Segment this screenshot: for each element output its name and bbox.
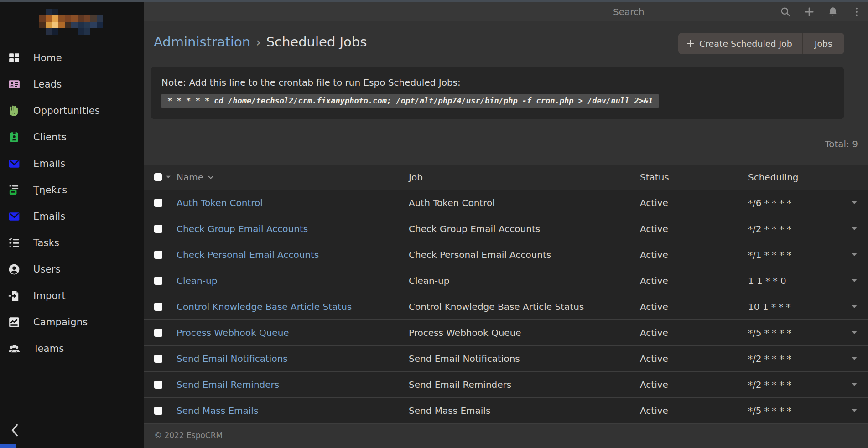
sidebar-item-label: Emails — [33, 158, 65, 169]
bell-icon[interactable] — [827, 6, 838, 17]
total-count: Total: 9 — [144, 139, 858, 150]
row-checkbox[interactable] — [154, 251, 162, 259]
row-checkbox[interactable] — [154, 355, 162, 363]
job-cell: Control Knowledge Base Article Status — [409, 301, 640, 312]
scheduling-cell: */2 * * * * — [748, 379, 868, 390]
global-search-input[interactable] — [613, 5, 750, 19]
sort-chevron-down-icon — [208, 175, 214, 180]
row-actions-caret-icon[interactable] — [852, 305, 857, 308]
row-checkbox[interactable] — [154, 277, 162, 285]
status-cell: Active — [640, 301, 748, 312]
sidebar-item-tasks[interactable]: Tasks — [0, 230, 144, 256]
scheduled-jobs-table: Name Job Status Scheduling Auth Token Co… — [144, 165, 868, 424]
sidebar-item-campaigns[interactable]: Campaigns — [0, 309, 144, 335]
sidebar-collapse-button[interactable] — [9, 423, 22, 437]
sidebar-item-label: Teams — [33, 343, 64, 354]
campaigns-chart-icon — [8, 316, 20, 328]
table-row: Check Group Email Accounts Check Group E… — [144, 216, 868, 242]
job-name-link[interactable]: Clean-up — [177, 275, 217, 286]
status-cell: Active — [640, 327, 748, 338]
column-header-job: Job — [409, 172, 640, 183]
sidebar-item-import[interactable]: Import — [0, 283, 144, 309]
sidebar-item-leads[interactable]: Leads — [0, 71, 144, 98]
sidebar-item-clients[interactable]: Clients — [0, 124, 144, 150]
row-actions-caret-icon[interactable] — [852, 279, 857, 282]
select-actions-caret-icon[interactable] — [166, 176, 171, 179]
sidebar-item-label: Ʈηeƙɾs — [33, 185, 68, 196]
kebab-menu-icon[interactable] — [851, 6, 862, 17]
plus-icon — [686, 40, 694, 47]
app-logo[interactable] — [39, 9, 103, 35]
scheduling-cell: */6 * * * * — [748, 197, 868, 208]
sidebar-item-label: Opportunities — [33, 105, 100, 116]
sidebar-item-label: Leads — [33, 79, 62, 90]
sidebar-nav: Home Leads Opportunities Clients Emails — [0, 45, 144, 362]
sidebar-item-users[interactable]: Users — [0, 256, 144, 283]
sidebar-item-checklists[interactable]: Ʈηeƙɾs — [0, 177, 144, 203]
scheduling-cell: 1 1 * * 0 — [748, 275, 868, 286]
sidebar-item-opportunities[interactable]: Opportunities — [0, 98, 144, 124]
job-name-link[interactable]: Check Group Email Accounts — [177, 223, 308, 234]
jobs-button[interactable]: Jobs — [802, 33, 844, 54]
job-name-link[interactable]: Send Email Notifications — [177, 353, 288, 364]
plus-icon[interactable] — [803, 6, 815, 17]
table-row: Auth Token Control Auth Token Control Ac… — [144, 190, 868, 216]
row-actions-caret-icon[interactable] — [852, 383, 857, 386]
top-accent-strip — [0, 0, 868, 2]
sidebar-item-label: Emails — [33, 211, 65, 222]
teams-people-icon — [8, 343, 20, 355]
job-name-link[interactable]: Auth Token Control — [177, 197, 263, 208]
sidebar-item-emails[interactable]: Emails — [0, 150, 144, 177]
sidebar-item-label: Campaigns — [33, 317, 88, 328]
row-checkbox[interactable] — [154, 199, 162, 207]
search-icon[interactable] — [780, 6, 791, 17]
row-checkbox[interactable] — [154, 303, 162, 311]
table-row: Check Personal Email Accounts Check Pers… — [144, 242, 868, 268]
row-actions-caret-icon[interactable] — [852, 357, 857, 360]
job-name-link[interactable]: Process Webhook Queue — [177, 327, 289, 338]
row-actions-caret-icon[interactable] — [852, 201, 857, 204]
column-header-status: Status — [640, 172, 748, 183]
column-header-name[interactable]: Name — [177, 172, 409, 183]
sidebar-item-home[interactable]: Home — [0, 45, 144, 71]
sidebar-item-emails-2[interactable]: Emails — [0, 203, 144, 230]
crontab-note-text: Note: Add this line to the crontab file … — [161, 77, 833, 88]
breadcrumb-administration-link[interactable]: Administration — [154, 34, 250, 50]
row-actions-caret-icon[interactable] — [852, 331, 857, 334]
create-scheduled-job-button[interactable]: Create Scheduled Job — [678, 33, 802, 54]
row-actions-caret-icon[interactable] — [852, 227, 857, 230]
scheduling-cell: */2 * * * * — [748, 353, 868, 364]
row-checkbox[interactable] — [154, 225, 162, 233]
job-cell: Process Webhook Queue — [409, 327, 640, 338]
row-checkbox[interactable] — [154, 329, 162, 337]
job-cell: Check Personal Email Accounts — [409, 249, 640, 260]
footer-copyright: © 2022 EspoCRM — [154, 431, 868, 440]
crontab-note-panel: Note: Add this line to the crontab file … — [151, 67, 844, 119]
row-actions-caret-icon[interactable] — [852, 253, 857, 256]
table-row: Send Email Notifications Send Email Noti… — [144, 345, 868, 371]
main-content: Administration›Scheduled Jobs Create Sch… — [144, 21, 868, 448]
select-all-checkbox[interactable] — [154, 173, 162, 181]
header-button-group: Create Scheduled Job Jobs — [678, 33, 844, 54]
breadcrumb-separator: › — [256, 36, 260, 49]
sidebar-item-teams[interactable]: Teams — [0, 335, 144, 362]
bottom-blue-fragment — [0, 444, 16, 448]
sidebar-item-label: Tasks — [33, 237, 59, 248]
row-checkbox[interactable] — [154, 381, 162, 389]
job-cell: Send Mass Emails — [409, 405, 640, 416]
row-checkbox[interactable] — [154, 407, 162, 415]
job-name-link[interactable]: Send Email Reminders — [177, 379, 279, 390]
job-cell: Clean-up — [409, 275, 640, 286]
table-header-row: Name Job Status Scheduling — [144, 165, 868, 190]
status-cell: Active — [640, 379, 748, 390]
row-actions-caret-icon[interactable] — [852, 409, 857, 412]
scheduling-cell: */1 * * * * — [748, 249, 868, 260]
home-grid-icon — [8, 52, 20, 64]
opportunities-hand-icon — [8, 105, 20, 117]
job-name-link[interactable]: Check Personal Email Accounts — [177, 249, 319, 260]
job-name-link[interactable]: Send Mass Emails — [177, 405, 258, 416]
status-cell: Active — [640, 197, 748, 208]
checklist-tray-icon — [8, 184, 20, 196]
job-name-link[interactable]: Control Knowledge Base Article Status — [177, 301, 352, 312]
sidebar-item-label: Home — [33, 52, 62, 63]
